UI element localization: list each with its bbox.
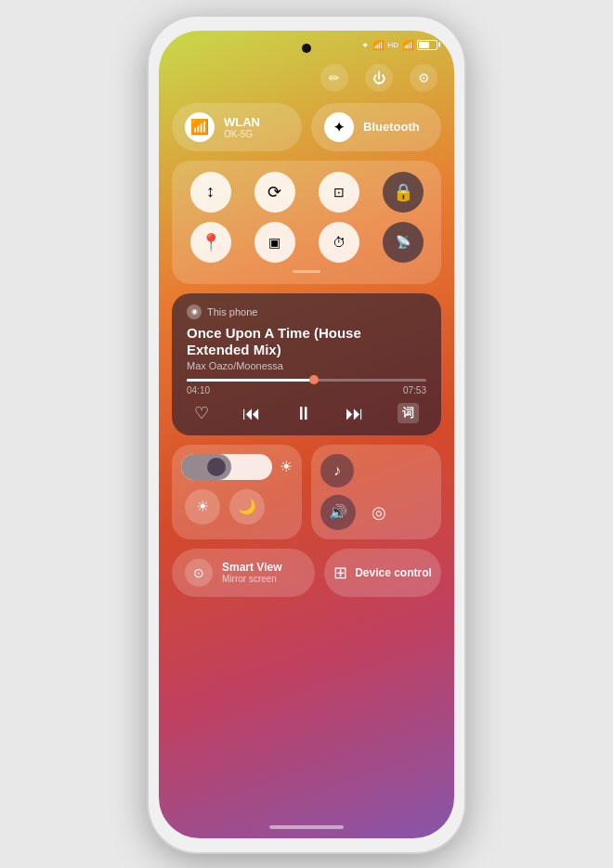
sound-mode-icon[interactable]: ♪ [320, 454, 354, 487]
screenshot-btn[interactable]: ⊡ [319, 172, 359, 213]
auto-brightness-btn[interactable]: ☀ [185, 489, 220, 525]
battery-icon [417, 40, 437, 50]
smart-view-icon: ⊙ [185, 559, 213, 587]
settings-button[interactable]: ⚙ [410, 64, 437, 92]
location-btn[interactable]: 📍 [190, 222, 231, 263]
home-indicator[interactable] [269, 825, 344, 829]
media-controls: ♡ ⏮ ⏸ ⏭ 词 [187, 403, 426, 424]
edit-button[interactable]: ✏ [320, 64, 348, 92]
media-card: ◉ This phone Once Upon A Time (House Ext… [172, 293, 441, 435]
wlan-label: WLAN [224, 115, 260, 129]
bluetooth-text: Bluetooth [363, 120, 420, 134]
device-control-pill[interactable]: ⊞ Device control [324, 549, 441, 597]
wlan-toggle[interactable]: 📶 WLAN OK-5G [172, 103, 302, 151]
prev-button[interactable]: ⏮ [242, 403, 261, 424]
time-row: 04:10 07:53 [187, 385, 426, 395]
media-source-row: ◉ This phone [187, 304, 426, 319]
volume-row: 🔊 ◎ [320, 495, 432, 530]
drag-indicator [293, 270, 320, 273]
timer-btn[interactable]: ⏱ [319, 222, 359, 263]
bluetooth-icon: ✦ [324, 112, 354, 142]
camera-dot [302, 44, 311, 53]
quick-toggles-row: 📶 WLAN OK-5G ✦ Bluetooth [172, 103, 441, 151]
vibrate-btn[interactable]: ◎ [361, 495, 397, 530]
brightness-knob [207, 458, 226, 476]
pause-button[interactable]: ⏸ [294, 403, 313, 424]
bottom-left-icons: ☀ 🌙 [181, 489, 293, 525]
status-bar: ✦ 📶 HD 📶 [361, 40, 437, 50]
brightness-fill [181, 454, 231, 480]
smart-view-sub: Mirror screen [222, 574, 281, 584]
icon-grid: ↕ ⟳ ⊡ 🔒 📍 ▣ ⏱ 📡 [183, 172, 430, 263]
cast-btn[interactable]: 📡 [383, 222, 424, 263]
phone-frame: ✦ 📶 HD 📶 ✏ ⏻ ⚙ 📶 WLAN OK-5G [149, 17, 464, 852]
next-button[interactable]: ⏭ [346, 403, 364, 424]
bottom-controls: ☀ ☀ 🌙 ♪ 🔊 [172, 445, 441, 539]
phone-screen: ✦ 📶 HD 📶 ✏ ⏻ ⚙ 📶 WLAN OK-5G [159, 31, 454, 838]
wlan-text: WLAN OK-5G [224, 115, 260, 139]
media-source-icon: ◉ [187, 304, 202, 319]
volume-btn[interactable]: 🔊 [320, 495, 356, 530]
time-total: 07:53 [403, 385, 426, 395]
like-button[interactable]: ♡ [194, 403, 209, 423]
media-artist: Max Oazo/Moonessa [187, 360, 426, 371]
smart-view-pill[interactable]: ⊙ Smart View Mirror screen [172, 549, 315, 597]
brightness-row: ☀ [181, 454, 293, 480]
device-control-label: Device control [355, 566, 432, 579]
brightness-card: ☀ ☀ 🌙 [172, 445, 302, 539]
smart-view-label: Smart View [222, 561, 281, 574]
top-actions: ✏ ⏻ ⚙ [172, 64, 441, 92]
signal-icon: 📶 [402, 40, 413, 50]
night-mode-btn[interactable]: 🌙 [229, 489, 265, 525]
progress-fill [187, 379, 314, 382]
power-button[interactable]: ⏻ [365, 64, 393, 92]
time-elapsed: 04:10 [187, 385, 210, 395]
wlan-sub: OK-5G [224, 129, 260, 139]
smart-view-text: Smart View Mirror screen [222, 561, 281, 584]
progress-bar[interactable] [187, 379, 426, 382]
brightness-slider[interactable] [181, 454, 272, 480]
bluetooth-label: Bluetooth [363, 120, 420, 134]
rotate-btn[interactable]: ⟳ [254, 172, 295, 213]
bluetooth-toggle[interactable]: ✦ Bluetooth [311, 103, 441, 151]
sound-card: ♪ 🔊 ◎ [311, 445, 441, 539]
bixby-btn[interactable]: ▣ [254, 222, 295, 263]
sound-mode-row: ♪ [320, 454, 432, 487]
lock-btn[interactable]: 🔒 [383, 172, 424, 213]
lyrics-button[interactable]: 词 [398, 403, 419, 423]
wifi-status-icon: 📶 [372, 40, 384, 50]
hd-icon: HD [387, 41, 398, 49]
data-sync-btn[interactable]: ↕ [190, 172, 231, 213]
progress-track [187, 379, 426, 382]
icon-grid-card: ↕ ⟳ ⊡ 🔒 📍 ▣ ⏱ 📡 [172, 161, 441, 284]
bottom-feature-row: ⊙ Smart View Mirror screen ⊞ Device cont… [172, 549, 441, 597]
progress-thumb [309, 375, 319, 384]
bluetooth-status-icon: ✦ [361, 40, 369, 50]
wifi-icon: 📶 [185, 112, 215, 142]
media-title: Once Upon A Time (House Extended Mix) [187, 325, 426, 358]
brightness-icon: ☀ [280, 458, 293, 475]
device-control-icon: ⊞ [333, 563, 347, 583]
control-panel: ✏ ⏻ ⚙ 📶 WLAN OK-5G ✦ Bluetooth [172, 64, 441, 597]
media-source-label: This phone [207, 306, 257, 317]
